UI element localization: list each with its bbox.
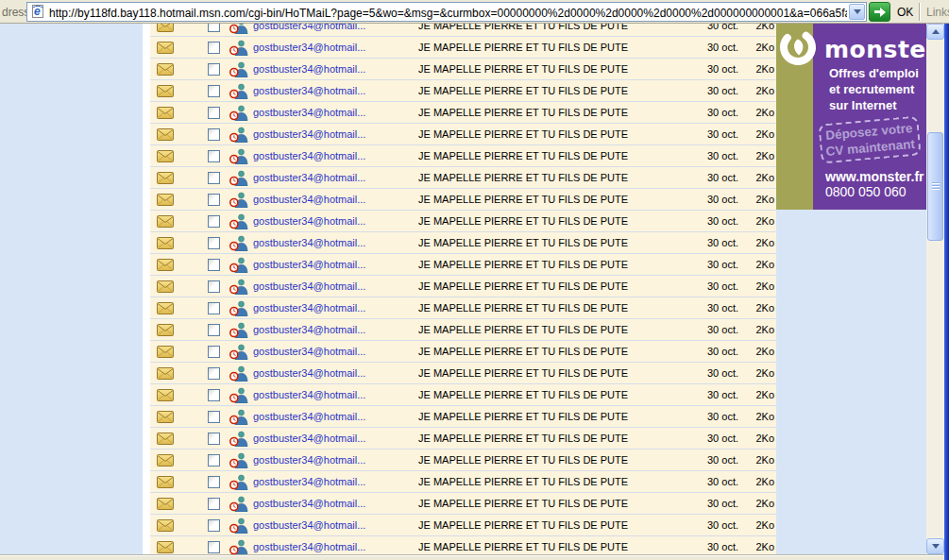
- email-row[interactable]: gostbuster34@hotmail... JE MAPELLE PIERR…: [150, 188, 776, 210]
- email-row[interactable]: gostbuster34@hotmail... JE MAPELLE PIERR…: [150, 405, 776, 427]
- block-sender-icon[interactable]: [229, 496, 248, 512]
- email-checkbox[interactable]: [208, 367, 220, 380]
- email-row[interactable]: gostbuster34@hotmail... JE MAPELLE PIERR…: [150, 166, 776, 188]
- email-row[interactable]: gostbuster34@hotmail... JE MAPELLE PIERR…: [150, 470, 776, 492]
- email-row[interactable]: gostbuster34@hotmail... JE MAPELLE PIERR…: [150, 535, 776, 554]
- email-sender-link[interactable]: gostbuster34@hotmail...: [253, 24, 418, 31]
- email-checkbox[interactable]: [208, 389, 220, 401]
- email-row[interactable]: gostbuster34@hotmail... JE MAPELLE PIERR…: [150, 24, 776, 36]
- email-subject-link[interactable]: JE MAPELLE PIERRE ET TU FILS DE PUTE: [418, 519, 685, 531]
- email-row[interactable]: gostbuster34@hotmail... JE MAPELLE PIERR…: [150, 362, 776, 383]
- email-row[interactable]: gostbuster34@hotmail... JE MAPELLE PIERR…: [150, 383, 776, 405]
- email-subject-link[interactable]: JE MAPELLE PIERRE ET TU FILS DE PUTE: [418, 367, 685, 379]
- email-checkbox[interactable]: [208, 107, 220, 119]
- email-row[interactable]: gostbuster34@hotmail... JE MAPELLE PIERR…: [150, 253, 776, 275]
- email-sender-link[interactable]: gostbuster34@hotmail...: [253, 42, 418, 53]
- email-checkbox[interactable]: [208, 519, 220, 532]
- email-checkbox[interactable]: [208, 411, 220, 423]
- email-sender-link[interactable]: gostbuster34@hotmail...: [253, 215, 418, 227]
- block-sender-icon[interactable]: [229, 105, 248, 121]
- email-subject-link[interactable]: JE MAPELLE PIERRE ET TU FILS DE PUTE: [418, 259, 685, 270]
- block-sender-icon[interactable]: [229, 40, 248, 56]
- email-sender-link[interactable]: gostbuster34@hotmail...: [253, 541, 418, 552]
- email-row[interactable]: gostbuster34@hotmail... JE MAPELLE PIERR…: [150, 144, 776, 166]
- email-subject-link[interactable]: JE MAPELLE PIERRE ET TU FILS DE PUTE: [418, 541, 685, 552]
- ad-cta-box[interactable]: Déposez votre CV maintenant: [818, 115, 921, 163]
- address-dropdown-button[interactable]: [849, 4, 865, 20]
- block-sender-icon[interactable]: [229, 61, 248, 77]
- email-subject-link[interactable]: JE MAPELLE PIERRE ET TU FILS DE PUTE: [418, 324, 685, 335]
- block-sender-icon[interactable]: [229, 148, 248, 164]
- email-checkbox[interactable]: [208, 324, 220, 336]
- email-checkbox[interactable]: [208, 24, 220, 32]
- block-sender-icon[interactable]: [229, 192, 248, 208]
- block-sender-icon[interactable]: [229, 344, 248, 360]
- email-subject-link[interactable]: JE MAPELLE PIERRE ET TU FILS DE PUTE: [418, 194, 685, 205]
- email-checkbox[interactable]: [208, 476, 220, 488]
- email-subject-link[interactable]: JE MAPELLE PIERRE ET TU FILS DE PUTE: [418, 433, 685, 444]
- block-sender-icon[interactable]: [229, 257, 248, 273]
- email-checkbox[interactable]: [208, 498, 220, 510]
- go-button[interactable]: OK: [869, 0, 922, 24]
- email-checkbox[interactable]: [208, 237, 220, 249]
- email-subject-link[interactable]: JE MAPELLE PIERRE ET TU FILS DE PUTE: [418, 63, 685, 75]
- email-checkbox[interactable]: [208, 63, 220, 76]
- block-sender-icon[interactable]: [229, 279, 248, 295]
- email-subject-link[interactable]: JE MAPELLE PIERRE ET TU FILS DE PUTE: [418, 150, 685, 161]
- monster-ad-banner[interactable]: monster Offres d'emploi et recrutement s…: [776, 24, 926, 210]
- email-sender-link[interactable]: gostbuster34@hotmail...: [253, 411, 418, 422]
- email-checkbox[interactable]: [208, 150, 220, 162]
- address-input[interactable]: e: [26, 2, 867, 22]
- block-sender-icon[interactable]: [229, 474, 248, 490]
- block-sender-icon[interactable]: [229, 213, 248, 229]
- email-sender-link[interactable]: gostbuster34@hotmail...: [253, 346, 418, 357]
- email-checkbox[interactable]: [208, 128, 220, 141]
- email-sender-link[interactable]: gostbuster34@hotmail...: [253, 194, 418, 205]
- email-subject-link[interactable]: JE MAPELLE PIERRE ET TU FILS DE PUTE: [418, 215, 685, 227]
- email-subject-link[interactable]: JE MAPELLE PIERRE ET TU FILS DE PUTE: [418, 24, 685, 31]
- links-toolbar[interactable]: Links: [926, 6, 949, 19]
- email-checkbox[interactable]: [208, 259, 220, 271]
- scroll-down-button[interactable]: [926, 538, 944, 554]
- email-sender-link[interactable]: gostbuster34@hotmail...: [253, 433, 418, 444]
- email-checkbox[interactable]: [208, 280, 220, 293]
- email-sender-link[interactable]: gostbuster34@hotmail...: [253, 389, 418, 400]
- email-sender-link[interactable]: gostbuster34@hotmail...: [253, 237, 418, 248]
- email-sender-link[interactable]: gostbuster34@hotmail...: [253, 63, 418, 75]
- email-row[interactable]: gostbuster34@hotmail... JE MAPELLE PIERR…: [150, 514, 776, 535]
- email-row[interactable]: gostbuster34@hotmail... JE MAPELLE PIERR…: [150, 36, 776, 58]
- email-checkbox[interactable]: [208, 541, 220, 553]
- email-subject-link[interactable]: JE MAPELLE PIERRE ET TU FILS DE PUTE: [418, 476, 685, 487]
- email-row[interactable]: gostbuster34@hotmail... JE MAPELLE PIERR…: [150, 210, 776, 231]
- block-sender-icon[interactable]: [229, 170, 248, 186]
- email-checkbox[interactable]: [208, 85, 220, 97]
- block-sender-icon[interactable]: [229, 365, 248, 382]
- block-sender-icon[interactable]: [229, 83, 248, 99]
- email-checkbox[interactable]: [208, 346, 220, 358]
- block-sender-icon[interactable]: [229, 431, 248, 447]
- email-sender-link[interactable]: gostbuster34@hotmail...: [253, 259, 418, 270]
- email-row[interactable]: gostbuster34@hotmail... JE MAPELLE PIERR…: [150, 318, 776, 340]
- email-subject-link[interactable]: JE MAPELLE PIERRE ET TU FILS DE PUTE: [418, 498, 685, 509]
- email-checkbox[interactable]: [208, 194, 220, 206]
- vertical-scrollbar[interactable]: [926, 24, 944, 554]
- scrollbar-thumb[interactable]: [927, 132, 943, 241]
- email-sender-link[interactable]: gostbuster34@hotmail...: [253, 519, 418, 531]
- url-field[interactable]: [49, 6, 847, 20]
- email-checkbox[interactable]: [208, 42, 220, 54]
- email-row[interactable]: gostbuster34@hotmail... JE MAPELLE PIERR…: [150, 340, 776, 362]
- email-subject-link[interactable]: JE MAPELLE PIERRE ET TU FILS DE PUTE: [418, 42, 685, 53]
- email-sender-link[interactable]: gostbuster34@hotmail...: [253, 172, 418, 183]
- block-sender-icon[interactable]: [229, 322, 248, 338]
- email-checkbox[interactable]: [208, 302, 220, 314]
- email-sender-link[interactable]: gostbuster34@hotmail...: [253, 107, 418, 118]
- block-sender-icon[interactable]: [229, 127, 248, 143]
- email-checkbox[interactable]: [208, 433, 220, 445]
- block-sender-icon[interactable]: [229, 452, 248, 468]
- email-sender-link[interactable]: gostbuster34@hotmail...: [253, 280, 418, 292]
- email-sender-link[interactable]: gostbuster34@hotmail...: [253, 85, 418, 96]
- block-sender-icon[interactable]: [229, 518, 248, 534]
- email-subject-link[interactable]: JE MAPELLE PIERRE ET TU FILS DE PUTE: [418, 237, 685, 248]
- block-sender-icon[interactable]: [229, 235, 248, 251]
- email-subject-link[interactable]: JE MAPELLE PIERRE ET TU FILS DE PUTE: [418, 128, 685, 140]
